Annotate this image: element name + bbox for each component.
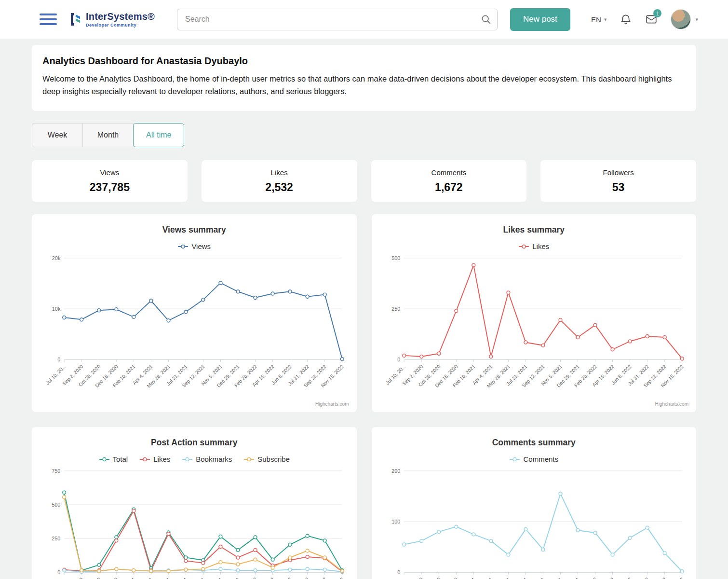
avatar [671, 9, 691, 29]
svg-text:Jul 10, 20...: Jul 10, 20... [384, 577, 406, 579]
legend-item-subscribe[interactable]: Subscribe [243, 455, 290, 463]
caret-down-icon: ▾ [604, 16, 607, 23]
comments-summary-chart-card: Comments summary Comments 0100200Jul 10,… [372, 427, 697, 579]
language-selector[interactable]: EN ▾ [591, 15, 607, 24]
page-description: Welcome to the Analytics Dashboard, the … [42, 73, 686, 97]
intersystems-logo-icon [69, 12, 82, 27]
header-actions: EN ▾ 1 ▾ [591, 9, 698, 29]
brand-subtitle: Developer Community [86, 23, 155, 28]
legend-label: Likes [532, 242, 549, 250]
likes-summary-plot: 0250500Jul 10, 20...Sep 2, 2020Oct 26, 2… [379, 252, 689, 398]
legend-marker-icon [518, 244, 529, 249]
search-input[interactable] [177, 9, 498, 30]
legend-label: Comments [523, 455, 558, 463]
notifications-button[interactable] [620, 13, 632, 26]
intersystems-logo[interactable]: InterSystems® Developer Community [69, 11, 155, 28]
views-summary-chart-card: Views summary Views 010k20kJul 10, 20...… [32, 214, 357, 412]
stat-label: Likes [206, 168, 352, 177]
svg-text:750: 750 [52, 468, 60, 474]
highcharts-credit-link[interactable]: Highcharts.com [315, 401, 349, 407]
messages-button[interactable]: 1 [645, 13, 658, 26]
stat-label: Comments [376, 168, 522, 177]
charts-grid: Views summary Views 010k20kJul 10, 20...… [32, 214, 696, 579]
stat-value: 2,532 [206, 181, 352, 194]
svg-text:0: 0 [397, 357, 400, 362]
chart-title: Post Action summary [40, 438, 349, 448]
tab-week[interactable]: Week [32, 123, 83, 147]
legend-label: Likes [153, 455, 170, 463]
search-icon[interactable] [481, 14, 491, 25]
legend-label: Views [191, 242, 211, 250]
post-action-summary-chart-svg: 0250500750Jul 10, 20...Sep 2, 2020Oct 26… [40, 465, 349, 579]
legend-item-views[interactable]: Views [177, 242, 211, 250]
main-content: Analytics Dashboard for Anastasia Dyubay… [32, 39, 696, 579]
post-action-summary-chart-card: Post Action summary TotalLikesBookmarksS… [32, 427, 357, 579]
hamburger-menu-icon[interactable] [40, 14, 57, 25]
bell-icon [620, 13, 632, 26]
top-header: InterSystems® Developer Community New po… [0, 0, 728, 39]
svg-text:200: 200 [391, 468, 400, 474]
stat-card-likes: Likes 2,532 [202, 160, 357, 202]
svg-text:20k: 20k [52, 255, 61, 261]
legend-label: Total [113, 455, 128, 463]
legend-marker-icon [177, 244, 189, 249]
comments-summary-plot: 0100200Jul 10, 20...Sep 2, 2020Oct 26, 2… [379, 465, 689, 579]
svg-text:Apr 4, 2021: Apr 4, 2021 [132, 577, 154, 579]
new-post-button[interactable]: New post [510, 8, 570, 31]
svg-text:10k: 10k [52, 306, 61, 312]
legend-marker-icon [139, 456, 150, 462]
caret-down-icon: ▾ [695, 16, 698, 23]
views-summary-chart-svg: 010k20kJul 10, 20...Sep 2, 2020Oct 26, 2… [40, 252, 349, 398]
chart-title: Likes summary [379, 225, 689, 235]
legend-item-likes[interactable]: Likes [518, 242, 549, 250]
svg-text:Jul 10, 20...: Jul 10, 20... [45, 577, 67, 579]
stat-label: Followers [545, 168, 691, 177]
time-range-tabs: Week Month All time [32, 123, 184, 147]
tab-all-time[interactable]: All time [133, 123, 184, 147]
svg-text:100: 100 [391, 519, 400, 524]
legend-item-total[interactable]: Total [99, 455, 128, 463]
stat-card-views: Views 237,785 [32, 160, 188, 202]
likes-summary-chart-card: Likes summary Likes 0250500Jul 10, 20...… [372, 214, 697, 412]
page-title: Analytics Dashboard for Anastasia Dyubay… [42, 55, 686, 67]
stats-row: Views 237,785 Likes 2,532 Comments 1,672… [32, 160, 696, 202]
svg-text:500: 500 [391, 255, 400, 261]
stat-card-comments: Comments 1,672 [371, 160, 527, 202]
legend-label: Bookmarks [196, 455, 232, 463]
legend-item-bookmarks[interactable]: Bookmarks [182, 455, 232, 463]
chart-legend: Likes [379, 242, 689, 250]
views-summary-plot: 010k20kJul 10, 20...Sep 2, 2020Oct 26, 2… [40, 252, 349, 398]
stat-value: 53 [545, 181, 691, 194]
stat-card-followers: Followers 53 [540, 160, 696, 202]
legend-marker-icon [182, 456, 193, 462]
user-menu[interactable]: ▾ [671, 9, 698, 29]
svg-text:0: 0 [57, 357, 60, 362]
svg-text:Jun 8, 2022: Jun 8, 2022 [270, 577, 293, 579]
svg-text:250: 250 [52, 536, 60, 541]
brand-name: InterSystems® [86, 11, 155, 22]
search-box [177, 9, 498, 30]
highcharts-credit-link[interactable]: Highcharts.com [655, 401, 688, 407]
chart-legend: Views [40, 242, 349, 250]
legend-marker-icon [99, 456, 110, 462]
svg-text:250: 250 [391, 306, 400, 312]
intro-card: Analytics Dashboard for Anastasia Dyubay… [32, 45, 696, 111]
stat-value: 1,672 [376, 181, 522, 194]
stat-label: Views [37, 168, 183, 177]
svg-text:0: 0 [397, 569, 400, 575]
chart-legend: TotalLikesBookmarksSubscribe [40, 455, 349, 463]
tab-month[interactable]: Month [82, 123, 134, 147]
svg-text:Jun 8, 2022: Jun 8, 2022 [610, 577, 632, 579]
svg-text:Apr 4, 2021: Apr 4, 2021 [472, 577, 494, 579]
legend-item-likes[interactable]: Likes [139, 455, 170, 463]
messages-count-badge: 1 [653, 9, 661, 17]
legend-marker-icon [509, 456, 520, 462]
legend-label: Subscribe [257, 455, 290, 463]
legend-item-comments[interactable]: Comments [509, 455, 558, 463]
chart-legend: Comments [379, 455, 689, 463]
legend-marker-icon [243, 456, 255, 462]
likes-summary-chart-svg: 0250500Jul 10, 20...Sep 2, 2020Oct 26, 2… [379, 252, 689, 398]
comments-summary-chart-svg: 0100200Jul 10, 20...Sep 2, 2020Oct 26, 2… [379, 465, 689, 579]
svg-text:500: 500 [52, 502, 60, 508]
stat-value: 237,785 [37, 181, 183, 194]
